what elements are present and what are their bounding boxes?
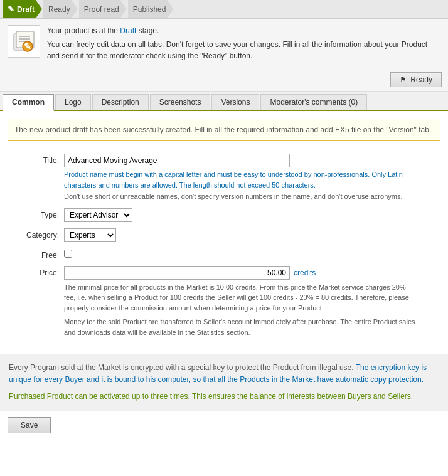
success-message: The new product draft has been successfu… <box>8 119 440 141</box>
tab-common[interactable]: Common <box>3 94 54 111</box>
info-line2: You can freely edit data on all tabs. Do… <box>47 40 427 60</box>
breadcrumb-ready[interactable]: Ready <box>43 0 78 18</box>
tab-versions[interactable]: Versions <box>211 94 259 110</box>
save-button[interactable]: Save <box>8 417 51 433</box>
free-content <box>64 248 440 260</box>
category-content: Experts Indicators Scripts <box>64 228 440 242</box>
price-label: Price: <box>8 266 64 277</box>
flag-icon: ⚑ <box>400 75 407 84</box>
info-banner: ✎ Your product is at the Draft stage. Yo… <box>0 19 448 68</box>
draft-icon: ✎ <box>8 4 14 14</box>
tab-logo[interactable]: Logo <box>55 94 91 110</box>
price-content: credits The minimal price for all produc… <box>64 266 440 338</box>
title-hint1: Product name must begin with a capital l… <box>64 169 415 190</box>
title-content: Product name must begin with a capital l… <box>64 154 440 202</box>
price-input[interactable] <box>64 266 290 280</box>
form-area: Title: Product name must begin with a ca… <box>0 149 448 354</box>
info-text: Your product is at the Draft stage. You … <box>47 25 440 61</box>
category-label: Category: <box>8 228 64 240</box>
category-select[interactable]: Experts Indicators Scripts <box>64 228 116 242</box>
price-row: Price: credits The minimal price for all… <box>8 266 440 338</box>
tab-description[interactable]: Description <box>92 94 149 110</box>
breadcrumb-proofread[interactable]: Proof read <box>79 0 127 18</box>
product-icon: ✎ <box>8 25 40 58</box>
encryption-text2: Purchased Product can be activated up to… <box>9 391 439 403</box>
encryption-text1: Every Program sold at the Market is encr… <box>9 362 439 386</box>
price-hint1: The minimal price for all products in th… <box>64 282 415 314</box>
type-row: Type: Expert Advisor Indicator Script Li… <box>8 208 440 222</box>
svg-text:✎: ✎ <box>24 41 31 51</box>
price-hint2: Money for the sold Product are transferr… <box>64 317 415 337</box>
breadcrumb-published[interactable]: Published <box>128 0 174 18</box>
free-row: Free: <box>8 248 440 260</box>
type-label: Type: <box>8 208 64 219</box>
tab-moderator[interactable]: Moderator's comments (0) <box>260 94 367 110</box>
tab-screenshots[interactable]: Screenshots <box>150 94 211 110</box>
title-row: Title: Product name must begin with a ca… <box>8 154 440 202</box>
breadcrumb: ✎ Draft Ready Proof read Published <box>0 0 448 19</box>
type-content: Expert Advisor Indicator Script Library <box>64 208 440 222</box>
tabs-bar: Common Logo Description Screenshots Vers… <box>0 92 448 111</box>
ready-button[interactable]: ⚑ Ready <box>390 72 442 87</box>
save-area: Save <box>0 411 448 440</box>
type-select[interactable]: Expert Advisor Indicator Script Library <box>64 208 132 222</box>
info-line1: Your product is at the Draft stage. <box>47 26 159 35</box>
credits-label: credits <box>294 268 316 277</box>
price-input-row: credits <box>64 266 440 280</box>
encryption-notice: Every Program sold at the Market is encr… <box>0 354 448 411</box>
ready-button-area: ⚑ Ready <box>0 68 448 92</box>
title-hint2: Don't use short or unreadable names, don… <box>64 191 415 202</box>
title-label: Title: <box>8 154 64 165</box>
title-input[interactable] <box>64 154 290 167</box>
category-row: Category: Experts Indicators Scripts <box>8 228 440 242</box>
breadcrumb-draft[interactable]: ✎ Draft <box>3 0 42 18</box>
free-checkbox[interactable] <box>64 250 72 258</box>
product-icon-area: ✎ <box>8 25 42 60</box>
free-label: Free: <box>8 248 64 260</box>
